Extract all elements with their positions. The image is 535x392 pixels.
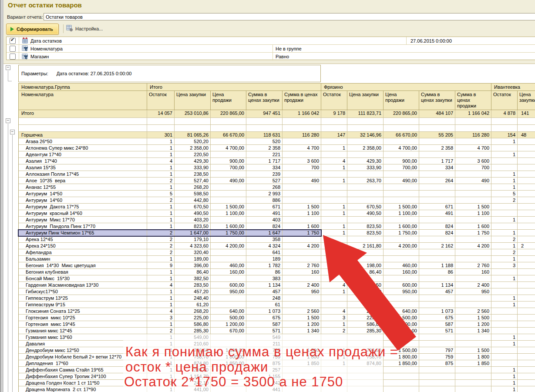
table-row[interactable]: Адеантум 17*401220,502211 — [19, 151, 535, 158]
table-row[interactable]: Азалия 17*404429,30900,001 7173 6004429,… — [19, 158, 535, 164]
value-cell[interactable]: 264 — [419, 178, 455, 184]
value-cell[interactable]: 1 134 — [246, 282, 283, 288]
item-name-cell[interactable] — [19, 125, 147, 132]
value-cell[interactable] — [321, 275, 347, 282]
table-row[interactable]: Антуриум 14*602442,808862 — [19, 197, 535, 204]
value-cell[interactable] — [518, 275, 535, 282]
measure-header[interactable]: Остаток — [321, 91, 347, 110]
value-cell[interactable] — [321, 249, 347, 256]
value-cell[interactable]: 671 — [419, 204, 455, 210]
value-cell[interactable]: 670,00 — [384, 328, 419, 334]
value-cell[interactable] — [211, 171, 246, 178]
value-cell[interactable]: 3 — [321, 315, 347, 321]
value-cell[interactable]: 429,30 — [175, 158, 211, 164]
measure-header[interactable]: Сумма в ценах продажи — [283, 91, 321, 110]
value-cell[interactable]: 1 — [321, 204, 347, 210]
value-cell[interactable]: 334 — [419, 164, 455, 171]
value-cell[interactable]: 160,00 — [211, 269, 246, 275]
value-cell[interactable] — [321, 184, 347, 191]
value-cell[interactable] — [321, 125, 347, 132]
value-cell[interactable]: 886 — [246, 197, 283, 204]
value-cell[interactable]: 824 — [246, 223, 283, 230]
value-cell[interactable] — [211, 217, 246, 223]
value-cell[interactable] — [384, 138, 419, 145]
value-cell[interactable]: 4 200,00 — [384, 243, 419, 249]
value-cell[interactable] — [491, 347, 518, 354]
value-cell[interactable] — [491, 158, 518, 164]
value-cell[interactable]: 670,50 — [347, 204, 384, 210]
value-cell[interactable] — [347, 171, 384, 178]
value-cell[interactable]: 2 — [147, 243, 175, 249]
value-cell[interactable]: 2 162 — [419, 243, 455, 249]
value-cell[interactable] — [211, 151, 246, 158]
item-name-cell[interactable]: Бегония клубневая — [19, 269, 147, 275]
value-cell[interactable]: 1 600 — [455, 223, 491, 230]
value-cell[interactable] — [419, 341, 455, 347]
value-cell[interactable] — [347, 151, 384, 158]
value-cell[interactable]: 1 750,00 — [384, 230, 419, 236]
value-cell[interactable] — [283, 249, 321, 256]
value-cell[interactable]: 460,00 — [384, 262, 419, 269]
value-cell[interactable] — [518, 184, 535, 191]
value-cell[interactable]: 823,50 — [175, 223, 211, 230]
value-cell[interactable]: 1 850 — [455, 360, 491, 367]
value-cell[interactable]: 1 — [491, 275, 518, 282]
item-name-cell[interactable]: Азалия 15*35 — [19, 164, 147, 171]
checkbox[interactable] — [10, 54, 16, 60]
value-cell[interactable]: 221 — [246, 151, 283, 158]
table-row[interactable]: Гузмания микс 12*452285,30670,005711 340… — [19, 328, 535, 334]
value-cell[interactable]: 900,00 — [384, 158, 419, 164]
value-cell[interactable]: 1 850,00 — [384, 360, 419, 367]
value-cell[interactable]: 571 — [419, 328, 455, 334]
value-cell[interactable]: 4 — [147, 158, 175, 164]
value-cell[interactable]: 457,20 — [175, 288, 211, 295]
value-cell[interactable] — [211, 295, 246, 302]
value-cell[interactable] — [518, 288, 535, 295]
value-cell[interactable] — [147, 118, 175, 125]
value-cell[interactable]: 9 — [147, 262, 175, 269]
value-cell[interactable] — [518, 197, 535, 204]
item-name-cell[interactable]: Бегония 14*30 Микс цветущая — [19, 262, 147, 269]
value-cell[interactable]: 1 500,00 — [384, 204, 419, 210]
value-cell[interactable] — [518, 158, 535, 164]
value-cell[interactable]: 823,50 — [347, 230, 384, 236]
value-cell[interactable]: 160 — [283, 269, 321, 275]
value-cell[interactable]: 1 — [491, 171, 518, 178]
value-cell[interactable]: 1 750 — [455, 230, 491, 236]
value-cell[interactable]: 1 500 — [283, 204, 321, 210]
measure-header[interactable]: Цена закупки — [518, 91, 535, 110]
value-cell[interactable]: 4 700,00 — [384, 145, 419, 151]
value-cell[interactable]: 189,00 — [175, 256, 211, 262]
value-cell[interactable]: 4 323,60 — [175, 243, 211, 249]
value-cell[interactable]: 1 — [147, 217, 175, 223]
value-cell[interactable] — [491, 164, 518, 171]
value-cell[interactable] — [384, 197, 419, 204]
item-name-cell[interactable]: Гортензия микс 19*45 — [19, 321, 147, 328]
value-cell[interactable] — [455, 380, 491, 386]
value-cell[interactable]: 1 750,00 — [211, 230, 246, 236]
value-cell[interactable]: 1 073 — [246, 308, 283, 315]
value-cell[interactable] — [518, 262, 535, 269]
value-cell[interactable] — [419, 184, 455, 191]
value-cell[interactable]: 1 — [147, 302, 175, 308]
value-cell[interactable]: 442,80 — [175, 197, 211, 204]
value-cell[interactable]: 490,00 — [384, 178, 419, 184]
value-cell[interactable]: 1 800 — [455, 354, 491, 360]
value-cell[interactable] — [419, 373, 455, 380]
value-cell[interactable]: 1 — [491, 138, 518, 145]
value-cell[interactable]: 2 — [147, 236, 175, 243]
table-row[interactable]: Ананас 12*551268,202681 — [19, 184, 535, 191]
table-row[interactable]: Антуриум Микс 17*701403,204031 — [19, 217, 535, 223]
value-cell[interactable]: 1 — [491, 256, 518, 262]
value-cell[interactable] — [455, 118, 491, 125]
item-name-cell[interactable]: Итого — [19, 110, 147, 118]
value-cell[interactable] — [518, 191, 535, 197]
value-cell[interactable]: 2 358 — [246, 145, 283, 151]
value-cell[interactable]: 1 — [491, 217, 518, 223]
value-cell[interactable]: 1 647,00 — [175, 230, 211, 236]
value-cell[interactable]: 586,80 — [347, 321, 384, 328]
value-cell[interactable]: 225,00 — [175, 315, 211, 321]
value-cell[interactable]: 641 — [246, 249, 283, 256]
table-row[interactable]: Бегония клубневая186,40160,0086160186,40… — [19, 269, 535, 275]
value-cell[interactable]: 600,00 — [384, 282, 419, 288]
